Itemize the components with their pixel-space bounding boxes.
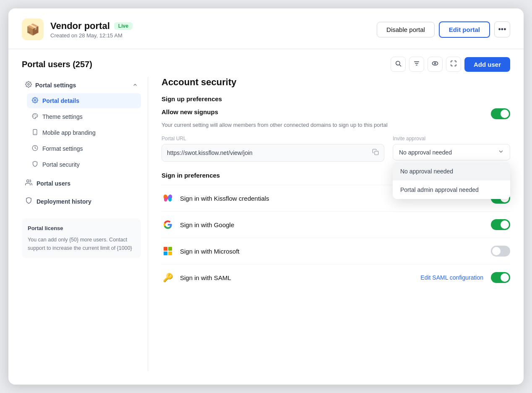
svg-point-11 — [34, 115, 34, 115]
search-button[interactable] — [391, 57, 406, 72]
microsoft-icon — [162, 245, 174, 257]
svg-line-1 — [399, 65, 401, 66]
saml-toggle[interactable] — [491, 272, 510, 283]
add-user-button[interactable]: Add user — [464, 57, 510, 72]
svg-point-16 — [27, 180, 29, 182]
theme-settings-label: Theme settings — [42, 113, 83, 120]
deployment-icon — [25, 197, 32, 206]
portal-security-label: Portal security — [42, 161, 80, 168]
gear-icon-small — [32, 97, 38, 105]
svg-rect-17 — [375, 151, 378, 155]
portal-url-input: https://swot.kissflow.net/view/join — [162, 144, 384, 162]
live-badge: Live — [114, 22, 133, 30]
signin-row-google: Sign in with Google — [162, 211, 510, 238]
expand-button[interactable] — [446, 57, 461, 72]
portal-details-label: Portal details — [42, 97, 79, 104]
toggle-thumb — [501, 220, 509, 229]
visibility-button[interactable] — [428, 57, 443, 72]
sidebar-item-format-settings[interactable]: Format settings — [27, 141, 141, 156]
svg-point-7 — [28, 84, 29, 85]
clock-icon — [32, 145, 38, 152]
portal-license-text: You can add only {50} more users. Contac… — [28, 236, 135, 252]
edit-saml-link[interactable]: Edit SAML configuration — [420, 274, 483, 281]
sidebar-item-mobile-app-branding[interactable]: Mobile app branding — [27, 125, 141, 140]
signin-row-saml: 🔑 Sign in with SAML Edit SAML configurat… — [162, 264, 510, 291]
portal-license-title: Portal license — [28, 224, 135, 233]
copy-url-button[interactable] — [372, 149, 379, 157]
portal-users-label: Portal users — [37, 180, 70, 187]
dropdown-item-no-approval[interactable]: No approval needed — [393, 162, 510, 181]
eye-icon — [432, 60, 438, 68]
shield-icon — [32, 161, 38, 168]
portal-settings-section: Portal settings — [22, 77, 141, 172]
mobile-icon — [32, 129, 38, 136]
chevron-down-icon — [498, 149, 504, 156]
microsoft-toggle[interactable] — [491, 246, 510, 257]
svg-point-8 — [34, 100, 36, 101]
invite-approval-field: Invite approval No approval needed No ap… — [393, 136, 510, 160]
dropdown-item-admin-approval[interactable]: Portal admin approval needed — [393, 181, 510, 199]
approval-dropdown: No approval needed Portal admin approval… — [393, 162, 510, 199]
account-security-title: Account security — [162, 77, 510, 88]
sidebar-item-portal-details[interactable]: Portal details — [27, 93, 141, 108]
portal-license-box: Portal license You can add only {50} mor… — [22, 218, 141, 258]
filter-icon — [413, 60, 420, 68]
expand-icon — [450, 60, 457, 68]
allow-signups-label: Allow new signups — [162, 108, 218, 115]
google-icon — [162, 218, 174, 231]
more-options-button[interactable]: ••• — [494, 21, 510, 37]
disable-portal-button[interactable]: Disable portal — [377, 22, 435, 37]
more-icon: ••• — [498, 25, 506, 34]
sidebar-item-theme-settings[interactable]: Theme settings — [27, 109, 141, 124]
sidebar-item-portal-security[interactable]: Portal security — [27, 157, 141, 172]
chevron-up-icon — [133, 82, 138, 89]
filter-button[interactable] — [409, 57, 424, 72]
portal-settings-label: Portal settings — [35, 82, 76, 89]
allow-signups-desc: Your current setting will allow members … — [162, 122, 510, 128]
invite-approval-select[interactable]: No approval needed — [393, 144, 510, 160]
google-toggle[interactable] — [491, 219, 510, 230]
portal-icon: 📦 — [22, 18, 44, 40]
svg-point-12 — [34, 116, 34, 117]
svg-point-9 — [35, 115, 36, 115]
edit-portal-button[interactable]: Edit portal — [439, 21, 490, 38]
svg-point-6 — [434, 63, 436, 64]
gear-icon — [25, 81, 32, 89]
portal-settings-sub-items: Portal details Theme settings — [22, 93, 141, 172]
signup-prefs-title: Sign up preferences — [162, 95, 510, 102]
kissflow-icon — [162, 192, 174, 204]
created-text: Created on 28 May, 12:15 AM — [50, 32, 370, 39]
portal-name: Vendor portal — [50, 21, 110, 31]
signin-saml-label: Sign in with SAML — [180, 274, 420, 281]
signin-microsoft-label: Sign in with Microsoft — [180, 248, 491, 255]
users-icon — [25, 179, 32, 188]
signin-row-microsoft: Sign in with Microsoft — [162, 238, 510, 264]
signin-google-label: Sign in with Google — [180, 221, 491, 228]
approval-selected-value: No approval needed — [399, 149, 452, 156]
portal-url-field: Portal URL https://swot.kissflow.net/vie… — [162, 136, 384, 162]
page-title: Portal users (257) — [22, 60, 92, 69]
search-icon — [395, 60, 402, 68]
sidebar: Portal settings — [22, 77, 148, 371]
mobile-app-branding-label: Mobile app branding — [42, 129, 96, 136]
toggle-thumb — [501, 110, 509, 118]
main-content: Account security Sign up preferences All… — [148, 77, 510, 371]
format-settings-label: Format settings — [42, 145, 83, 152]
invite-approval-label: Invite approval — [393, 136, 510, 141]
toggle-thumb — [492, 247, 501, 255]
sidebar-item-portal-users[interactable]: Portal users — [22, 175, 141, 192]
saml-icon: 🔑 — [162, 271, 174, 284]
toggle-thumb — [501, 273, 509, 282]
sidebar-item-deployment-history[interactable]: Deployment history — [22, 193, 141, 210]
allow-signups-toggle[interactable] — [491, 108, 510, 119]
svg-point-10 — [37, 115, 37, 116]
palette-icon — [32, 113, 38, 121]
svg-point-5 — [432, 62, 438, 66]
portal-url-value: https://swot.kissflow.net/view/join — [167, 149, 369, 156]
deployment-history-label: Deployment history — [37, 198, 91, 205]
portal-url-label: Portal URL — [162, 136, 384, 141]
portal-settings-header[interactable]: Portal settings — [22, 77, 141, 93]
